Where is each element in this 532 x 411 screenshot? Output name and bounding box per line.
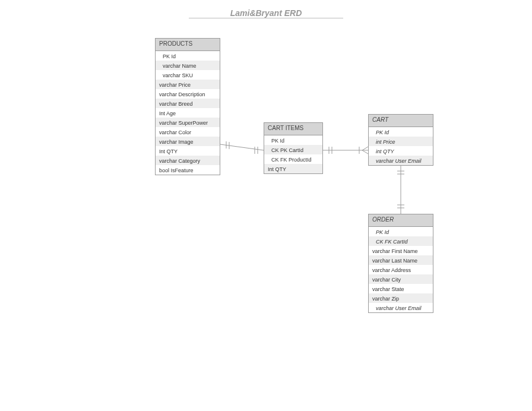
entity-products-row: Int QTY bbox=[156, 146, 220, 156]
entity-products: PRODUCTS PK Idvarchar Namevarchar SKUvar… bbox=[155, 38, 220, 175]
entity-cart-header: CART bbox=[369, 115, 433, 127]
title-underline bbox=[189, 18, 343, 18]
entity-products-row: Int Age bbox=[156, 108, 220, 118]
entity-cart-row: int QTY bbox=[369, 146, 433, 156]
entity-products-row: varchar Price bbox=[156, 80, 220, 89]
entity-cart-row: int Price bbox=[369, 137, 433, 146]
entity-order: ORDER PK IdCK FK CartIdvarchar First Nam… bbox=[368, 214, 433, 313]
entity-order-row: CK FK CartId bbox=[369, 236, 433, 246]
entity-order-row: varchar Last Name bbox=[369, 255, 433, 265]
entity-cartitems: CART ITEMS PK IdCK PK CartIdCK FK Produc… bbox=[264, 122, 323, 174]
svg-line-8 bbox=[362, 147, 368, 150]
svg-line-9 bbox=[362, 150, 368, 154]
entity-order-row: varchar Zip bbox=[369, 293, 433, 303]
connectors bbox=[0, 0, 532, 411]
entity-cartitems-row: Int QTY bbox=[264, 164, 322, 173]
entity-products-header: PRODUCTS bbox=[156, 39, 220, 51]
entity-cartitems-header: CART ITEMS bbox=[264, 123, 322, 135]
svg-line-0 bbox=[220, 144, 264, 150]
entity-cartitems-row: CK FK ProductId bbox=[264, 154, 322, 164]
entity-order-row: varchar State bbox=[369, 284, 433, 293]
entity-products-row: varchar SKU bbox=[156, 70, 220, 80]
entity-products-row: varchar SuperPower bbox=[156, 118, 220, 127]
entity-cartitems-row: CK PK CartId bbox=[264, 145, 322, 154]
entity-cart: CART PK Idint Priceint QTYvarchar User E… bbox=[368, 114, 433, 166]
entity-order-row: varchar Address bbox=[369, 265, 433, 274]
entity-products-row: PK Id bbox=[156, 51, 220, 61]
entity-products-row: varchar Image bbox=[156, 137, 220, 146]
diagram-title: Lami&Bryant ERD bbox=[0, 8, 532, 18]
entity-cartitems-row: PK Id bbox=[264, 135, 322, 145]
entity-order-header: ORDER bbox=[369, 214, 433, 227]
entity-cart-row: PK Id bbox=[369, 127, 433, 137]
entity-products-row: varchar Color bbox=[156, 127, 220, 137]
entity-products-row: varchar Description bbox=[156, 89, 220, 99]
entity-products-row: bool IsFeature bbox=[156, 165, 220, 175]
entity-products-row: varchar Breed bbox=[156, 99, 220, 108]
entity-order-row: varchar User Email bbox=[369, 303, 433, 312]
entity-products-row: varchar Name bbox=[156, 61, 220, 70]
entity-products-row: varchar Category bbox=[156, 156, 220, 165]
entity-cart-row: varchar User Email bbox=[369, 156, 433, 165]
entity-order-row: varchar First Name bbox=[369, 246, 433, 255]
entity-order-row: PK Id bbox=[369, 227, 433, 236]
entity-order-row: varchar City bbox=[369, 274, 433, 284]
